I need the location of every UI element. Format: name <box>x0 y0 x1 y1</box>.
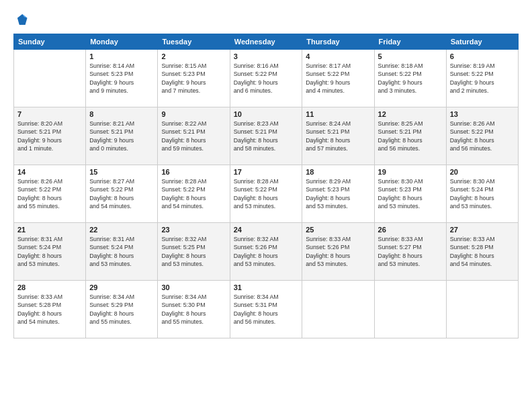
col-header-wednesday: Wednesday <box>230 34 302 50</box>
day-info: Sunrise: 8:18 AM Sunset: 5:22 PM Dayligh… <box>378 62 443 95</box>
day-number: 21 <box>17 226 82 234</box>
calendar-cell: 29Sunrise: 8:34 AM Sunset: 5:29 PM Dayli… <box>86 281 158 338</box>
day-info: Sunrise: 8:28 AM Sunset: 5:22 PM Dayligh… <box>161 177 226 210</box>
calendar-cell: 4Sunrise: 8:17 AM Sunset: 5:22 PM Daylig… <box>302 50 374 107</box>
day-number: 20 <box>450 168 515 176</box>
calendar-cell: 20Sunrise: 8:30 AM Sunset: 5:24 PM Dayli… <box>446 165 518 223</box>
day-info: Sunrise: 8:29 AM Sunset: 5:23 PM Dayligh… <box>306 177 370 210</box>
day-number: 23 <box>161 226 226 234</box>
col-header-thursday: Thursday <box>302 34 374 50</box>
day-info: Sunrise: 8:26 AM Sunset: 5:22 PM Dayligh… <box>450 120 515 152</box>
day-info: Sunrise: 8:33 AM Sunset: 5:27 PM Dayligh… <box>378 235 443 268</box>
calendar-cell: 18Sunrise: 8:29 AM Sunset: 5:23 PM Dayli… <box>302 165 374 223</box>
page: SundayMondayTuesdayWednesdayThursdayFrid… <box>0 0 532 411</box>
calendar-cell: 10Sunrise: 8:23 AM Sunset: 5:21 PM Dayli… <box>230 107 302 165</box>
day-info: Sunrise: 8:27 AM Sunset: 5:22 PM Dayligh… <box>89 177 154 210</box>
calendar-cell <box>374 281 446 338</box>
day-number: 30 <box>161 283 226 291</box>
calendar-cell: 16Sunrise: 8:28 AM Sunset: 5:22 PM Dayli… <box>158 165 230 223</box>
day-number: 26 <box>378 226 443 234</box>
calendar-cell: 2Sunrise: 8:15 AM Sunset: 5:23 PM Daylig… <box>158 50 230 107</box>
day-number: 16 <box>161 168 226 176</box>
day-number: 6 <box>450 52 515 60</box>
day-number: 18 <box>306 168 370 176</box>
day-info: Sunrise: 8:19 AM Sunset: 5:22 PM Dayligh… <box>450 62 515 95</box>
day-number: 12 <box>378 110 443 118</box>
calendar-cell: 1Sunrise: 8:14 AM Sunset: 5:23 PM Daylig… <box>86 50 158 107</box>
day-info: Sunrise: 8:15 AM Sunset: 5:23 PM Dayligh… <box>161 62 226 95</box>
col-header-sunday: Sunday <box>14 34 86 50</box>
day-info: Sunrise: 8:23 AM Sunset: 5:21 PM Dayligh… <box>234 120 299 152</box>
day-number: 13 <box>450 110 515 118</box>
calendar-cell <box>446 281 518 338</box>
day-info: Sunrise: 8:21 AM Sunset: 5:21 PM Dayligh… <box>89 120 154 152</box>
col-header-saturday: Saturday <box>446 34 518 50</box>
calendar-week-2: 7Sunrise: 8:20 AM Sunset: 5:21 PM Daylig… <box>14 107 519 165</box>
calendar-cell: 28Sunrise: 8:33 AM Sunset: 5:28 PM Dayli… <box>14 281 86 338</box>
day-info: Sunrise: 8:14 AM Sunset: 5:23 PM Dayligh… <box>89 62 154 95</box>
day-info: Sunrise: 8:30 AM Sunset: 5:24 PM Dayligh… <box>450 177 515 210</box>
calendar-cell: 14Sunrise: 8:26 AM Sunset: 5:22 PM Dayli… <box>14 165 86 223</box>
calendar-week-5: 28Sunrise: 8:33 AM Sunset: 5:28 PM Dayli… <box>14 281 519 338</box>
calendar-cell: 30Sunrise: 8:34 AM Sunset: 5:30 PM Dayli… <box>158 281 230 338</box>
day-info: Sunrise: 8:34 AM Sunset: 5:29 PM Dayligh… <box>89 293 154 326</box>
day-info: Sunrise: 8:34 AM Sunset: 5:31 PM Dayligh… <box>234 293 299 326</box>
day-number: 22 <box>89 226 154 234</box>
day-info: Sunrise: 8:30 AM Sunset: 5:23 PM Dayligh… <box>378 177 443 210</box>
day-number: 29 <box>89 283 154 291</box>
calendar-cell <box>302 281 374 338</box>
calendar-cell: 17Sunrise: 8:28 AM Sunset: 5:22 PM Dayli… <box>230 165 302 223</box>
day-number: 24 <box>234 226 299 234</box>
day-info: Sunrise: 8:33 AM Sunset: 5:28 PM Dayligh… <box>450 235 515 268</box>
day-info: Sunrise: 8:22 AM Sunset: 5:21 PM Dayligh… <box>161 120 226 152</box>
calendar-cell: 23Sunrise: 8:32 AM Sunset: 5:25 PM Dayli… <box>158 223 230 281</box>
day-number: 2 <box>161 52 226 60</box>
day-number: 28 <box>17 283 82 291</box>
svg-marker-0 <box>17 14 28 25</box>
day-info: Sunrise: 8:16 AM Sunset: 5:22 PM Dayligh… <box>234 62 299 95</box>
day-info: Sunrise: 8:34 AM Sunset: 5:30 PM Dayligh… <box>161 293 226 326</box>
day-number: 27 <box>450 226 515 234</box>
calendar-cell: 27Sunrise: 8:33 AM Sunset: 5:28 PM Dayli… <box>446 223 518 281</box>
calendar-week-1: 1Sunrise: 8:14 AM Sunset: 5:23 PM Daylig… <box>14 50 519 107</box>
day-info: Sunrise: 8:31 AM Sunset: 5:24 PM Dayligh… <box>17 235 82 268</box>
logo-icon <box>13 12 28 27</box>
calendar-cell: 3Sunrise: 8:16 AM Sunset: 5:22 PM Daylig… <box>230 50 302 107</box>
calendar-cell: 31Sunrise: 8:34 AM Sunset: 5:31 PM Dayli… <box>230 281 302 338</box>
col-header-friday: Friday <box>374 34 446 50</box>
day-info: Sunrise: 8:26 AM Sunset: 5:22 PM Dayligh… <box>17 177 82 210</box>
day-info: Sunrise: 8:33 AM Sunset: 5:26 PM Dayligh… <box>306 235 370 268</box>
calendar-cell: 15Sunrise: 8:27 AM Sunset: 5:22 PM Dayli… <box>86 165 158 223</box>
calendar-cell: 9Sunrise: 8:22 AM Sunset: 5:21 PM Daylig… <box>158 107 230 165</box>
day-number: 7 <box>17 110 82 118</box>
calendar-cell: 12Sunrise: 8:25 AM Sunset: 5:21 PM Dayli… <box>374 107 446 165</box>
calendar-cell: 21Sunrise: 8:31 AM Sunset: 5:24 PM Dayli… <box>14 223 86 281</box>
calendar-cell: 7Sunrise: 8:20 AM Sunset: 5:21 PM Daylig… <box>14 107 86 165</box>
calendar-cell: 13Sunrise: 8:26 AM Sunset: 5:22 PM Dayli… <box>446 107 518 165</box>
calendar-cell: 22Sunrise: 8:31 AM Sunset: 5:24 PM Dayli… <box>86 223 158 281</box>
calendar-table: SundayMondayTuesdayWednesdayThursdayFrid… <box>13 34 519 338</box>
day-number: 15 <box>89 168 154 176</box>
calendar-cell <box>14 50 86 107</box>
day-number: 9 <box>161 110 226 118</box>
day-info: Sunrise: 8:32 AM Sunset: 5:26 PM Dayligh… <box>234 235 299 268</box>
day-info: Sunrise: 8:25 AM Sunset: 5:21 PM Dayligh… <box>378 120 443 152</box>
calendar-week-3: 14Sunrise: 8:26 AM Sunset: 5:22 PM Dayli… <box>14 165 519 223</box>
day-info: Sunrise: 8:28 AM Sunset: 5:22 PM Dayligh… <box>234 177 299 210</box>
day-number: 25 <box>306 226 370 234</box>
calendar-week-4: 21Sunrise: 8:31 AM Sunset: 5:24 PM Dayli… <box>14 223 519 281</box>
calendar-cell: 25Sunrise: 8:33 AM Sunset: 5:26 PM Dayli… <box>302 223 374 281</box>
day-info: Sunrise: 8:33 AM Sunset: 5:28 PM Dayligh… <box>17 293 82 326</box>
calendar-cell: 6Sunrise: 8:19 AM Sunset: 5:22 PM Daylig… <box>446 50 518 107</box>
day-number: 10 <box>234 110 299 118</box>
calendar-header-row: SundayMondayTuesdayWednesdayThursdayFrid… <box>14 34 519 50</box>
day-number: 14 <box>17 168 82 176</box>
logo <box>13 12 31 27</box>
col-header-tuesday: Tuesday <box>158 34 230 50</box>
calendar-cell: 24Sunrise: 8:32 AM Sunset: 5:26 PM Dayli… <box>230 223 302 281</box>
header <box>13 12 519 27</box>
day-info: Sunrise: 8:31 AM Sunset: 5:24 PM Dayligh… <box>89 235 154 268</box>
day-number: 17 <box>234 168 299 176</box>
day-number: 4 <box>306 52 370 60</box>
calendar-cell: 26Sunrise: 8:33 AM Sunset: 5:27 PM Dayli… <box>374 223 446 281</box>
